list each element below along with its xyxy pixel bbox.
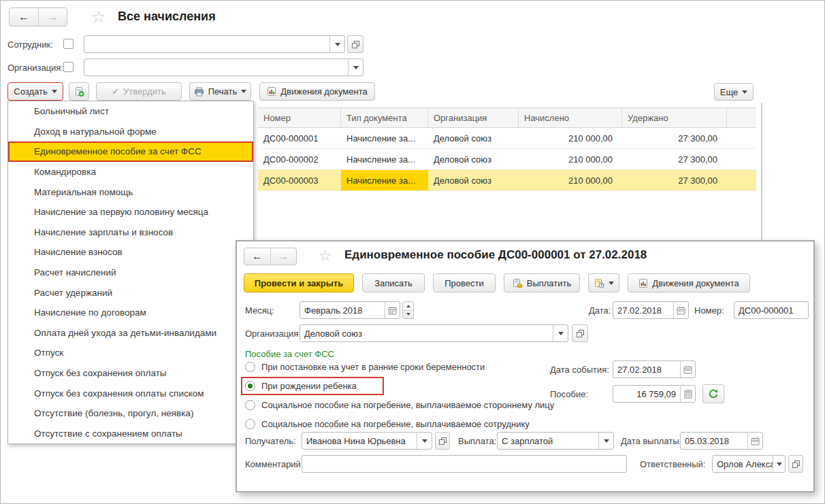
- menu-item[interactable]: Отпуск без сохранения оплаты списком: [8, 383, 253, 403]
- write-button[interactable]: Записать: [362, 273, 425, 292]
- responsible-dropdown-button[interactable]: [773, 456, 785, 472]
- pay-button[interactable]: Выплатить: [504, 273, 580, 292]
- forward-button[interactable]: →: [38, 8, 67, 26]
- menu-item[interactable]: Отпуск без сохранения оплаты: [8, 363, 253, 384]
- menu-item[interactable]: Начисление за первую половину месяца: [8, 202, 253, 222]
- menu-item[interactable]: Начисление зарплаты и взносов: [8, 222, 253, 243]
- organization-filter-checkbox[interactable]: [63, 62, 74, 72]
- document-movements-button[interactable]: Движения документа: [628, 273, 750, 292]
- column-header-number[interactable]: Номер: [258, 108, 341, 127]
- menu-item[interactable]: Начисление по договорам: [8, 303, 253, 323]
- create-button[interactable]: Создать: [7, 82, 63, 101]
- favorite-star-icon[interactable]: ☆: [319, 248, 332, 263]
- recipient-open-button[interactable]: [435, 432, 450, 450]
- radio-option-funeral-employee[interactable]: Социальное пособие на погребение, выплач…: [245, 419, 530, 429]
- cell-doc-type-active[interactable]: Начисление за...: [341, 170, 428, 190]
- post-and-close-button[interactable]: Провести и закрыть: [244, 273, 354, 292]
- cell-number[interactable]: ДС00-000003: [258, 170, 341, 190]
- payment-dropdown-button[interactable]: [598, 433, 613, 449]
- cell-number[interactable]: ДС00-000001: [258, 128, 341, 148]
- spinner-up-icon[interactable]: [403, 302, 413, 310]
- calendar-picker-button[interactable]: [673, 302, 688, 318]
- payment-date-input[interactable]: 05.03.2018: [680, 432, 763, 450]
- recalculate-button[interactable]: [702, 384, 724, 403]
- movements-chart-icon: [267, 86, 276, 97]
- column-header-withheld[interactable]: Удержано: [622, 108, 727, 127]
- benefit-amount-input[interactable]: 16 759,09: [613, 385, 696, 403]
- menu-item[interactable]: Отсутствие (болезнь, прогул, неявка): [8, 403, 253, 424]
- document-movements-button[interactable]: Движения документа: [259, 82, 375, 101]
- cell-withheld[interactable]: 27 300,00: [622, 128, 727, 148]
- cell-withheld[interactable]: 27 300,00: [622, 149, 727, 169]
- post-button[interactable]: Провести: [433, 273, 496, 292]
- print-button[interactable]: Печать: [189, 82, 251, 101]
- month-spinner[interactable]: [402, 301, 414, 319]
- responsible-input[interactable]: Орлов Александр Владим: [712, 455, 786, 473]
- menu-item[interactable]: Начисление взносов: [8, 242, 253, 263]
- cell-accrued[interactable]: 210 000,00: [519, 128, 622, 148]
- copy-document-button[interactable]: [69, 82, 89, 101]
- calendar-picker-button[interactable]: [747, 433, 762, 449]
- cell-organization[interactable]: Деловой союз: [428, 149, 519, 169]
- cell-withheld[interactable]: 27 300,00: [622, 170, 727, 190]
- organization-filter-input[interactable]: [84, 58, 363, 76]
- create-based-on-button[interactable]: [588, 273, 619, 292]
- menu-item[interactable]: Командировка: [8, 162, 253, 182]
- calendar-picker-button[interactable]: [385, 302, 400, 318]
- responsible-open-button[interactable]: [788, 455, 803, 473]
- cell-accrued[interactable]: 210 000,00: [519, 149, 622, 169]
- menu-item[interactable]: Отпуск: [8, 343, 253, 363]
- column-header-accrued[interactable]: Начислено: [519, 108, 622, 127]
- history-nav: ← →: [9, 7, 67, 27]
- radio-option-child-birth[interactable]: При рождении ребенка: [245, 381, 357, 391]
- date-input[interactable]: 27.02.2018: [613, 301, 689, 319]
- employee-filter-input[interactable]: [84, 35, 345, 53]
- create-menu: Больничный лист Доход в натуральной форм…: [7, 101, 254, 444]
- menu-item[interactable]: Расчет удержаний: [8, 282, 253, 303]
- radio-option-funeral-third-party[interactable]: Социальное пособие на погребение, выплач…: [245, 400, 554, 410]
- payment-input[interactable]: С зарплатой: [497, 432, 614, 450]
- back-button[interactable]: ←: [10, 8, 38, 26]
- comment-input[interactable]: [302, 455, 627, 473]
- column-header-doc-type[interactable]: Тип документа: [341, 108, 428, 127]
- menu-item[interactable]: Оплата дней ухода за детьми-инвалидами: [8, 323, 253, 343]
- calculator-button[interactable]: [680, 386, 695, 402]
- table-row[interactable]: ДС00-000001 Начисление за... Деловой сою…: [258, 128, 756, 149]
- menu-item[interactable]: Больничный лист: [8, 101, 253, 122]
- number-input[interactable]: ДС00-000001: [734, 301, 809, 319]
- menu-item[interactable]: Расчет начислений: [8, 263, 253, 283]
- approve-button[interactable]: ✔ Утвердить: [96, 82, 182, 101]
- organization-input[interactable]: Деловой союз: [300, 324, 568, 342]
- spinner-down-icon[interactable]: [403, 310, 413, 319]
- event-date-input[interactable]: 27.02.2018: [613, 360, 696, 378]
- favorite-star-icon[interactable]: ☆: [91, 9, 106, 25]
- radio-option-early-pregnancy[interactable]: При постановке на учет в ранние сроки бе…: [245, 362, 485, 372]
- organization-open-button[interactable]: [572, 324, 588, 342]
- back-button[interactable]: ←: [244, 248, 270, 265]
- table-row-selected[interactable]: ДС00-000003 Начисление за... Деловой сою…: [258, 170, 756, 191]
- cell-organization[interactable]: Деловой союз: [428, 170, 519, 190]
- month-input[interactable]: Февраль 2018: [300, 301, 400, 319]
- menu-item-highlighted[interactable]: Единовременное пособие за счет ФСС: [8, 141, 253, 162]
- cell-doc-type[interactable]: Начисление за...: [341, 149, 428, 169]
- cell-doc-type[interactable]: Начисление за...: [341, 128, 428, 148]
- cell-number[interactable]: ДС00-000002: [258, 149, 341, 169]
- employee-filter-checkbox[interactable]: [63, 39, 74, 49]
- menu-item[interactable]: Отсутствие с сохранением оплаты: [8, 424, 253, 444]
- organization-dropdown-button[interactable]: [348, 59, 363, 75]
- employee-open-button[interactable]: [347, 35, 363, 53]
- recipient-dropdown-button[interactable]: [417, 433, 432, 449]
- menu-item[interactable]: Материальная помощь: [8, 182, 253, 202]
- cell-accrued[interactable]: 210 000,00: [519, 170, 622, 190]
- forward-button[interactable]: →: [270, 248, 296, 265]
- employee-dropdown-button[interactable]: [329, 36, 344, 52]
- cell-organization[interactable]: Деловой союз: [428, 128, 519, 148]
- menu-item[interactable]: Доход в натуральной форме: [8, 122, 253, 142]
- column-header-organization[interactable]: Организация: [428, 108, 519, 127]
- table-row[interactable]: ДС00-000002 Начисление за... Деловой сою…: [258, 149, 756, 170]
- more-button[interactable]: Еще: [714, 83, 754, 101]
- approve-button-label: Утвердить: [123, 86, 166, 97]
- organization-dropdown-button[interactable]: [553, 325, 568, 341]
- calendar-picker-button[interactable]: [680, 361, 695, 377]
- recipient-input[interactable]: Иванова Нина Юрьевна: [302, 432, 432, 450]
